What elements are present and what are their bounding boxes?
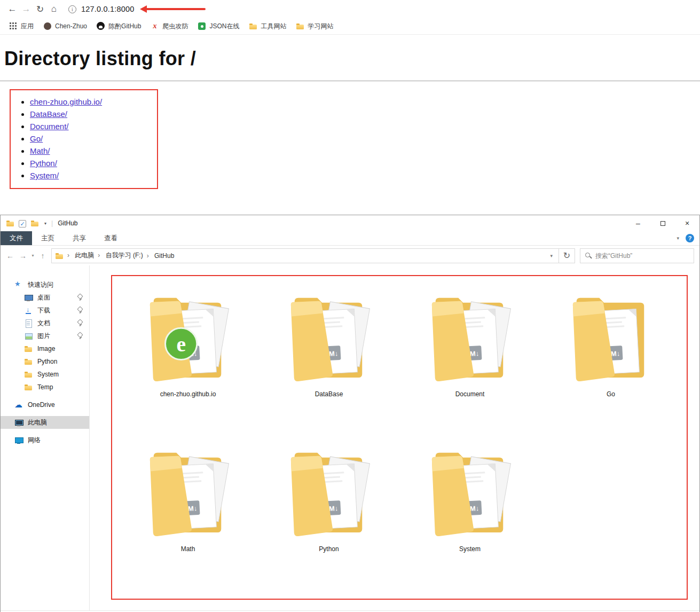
breadcrumb-bar[interactable]: › 此电脑 › 自我学习 (F:) › GitHub (51, 248, 559, 263)
bookmark-item[interactable]: Chen-Zhuo (38, 22, 92, 30)
explorer-back-icon[interactable]: ← (4, 252, 17, 260)
sidebar-item[interactable]: Python (1, 355, 89, 368)
sidebar-item-icon (24, 332, 33, 340)
address-dropdown-icon[interactable]: ▾ (547, 253, 555, 258)
minimize-icon[interactable]: – (626, 215, 650, 231)
bookmark-favicon (43, 22, 52, 30)
folder-item[interactable]: M↓ M↓ (399, 283, 540, 437)
back-icon[interactable]: ← (5, 4, 19, 14)
sidebar-item[interactable]: Temp (1, 381, 89, 394)
folder-item[interactable]: M↓ M↓ (399, 437, 540, 592)
breadcrumb-item[interactable]: 此电脑 (75, 252, 94, 259)
sidebar-onedrive-label: OneDrive (28, 401, 89, 409)
qat-dropdown-icon[interactable]: ▾ (44, 221, 46, 226)
bookmark-favicon (198, 22, 206, 30)
ribbon-tabs: 文件 主页 共享 查看 ▾? (1, 231, 699, 246)
breadcrumb-folder-icon[interactable] (55, 252, 64, 260)
breadcrumb-segment: › GitHub (143, 252, 175, 260)
search-box[interactable] (580, 248, 694, 263)
directory-link[interactable]: Math/ (30, 146, 50, 155)
close-icon[interactable]: × (675, 215, 699, 231)
bookmark-label: 爬虫攻防 (162, 22, 188, 31)
folder-name: DataBase (315, 390, 343, 398)
ribbon-collapse-icon[interactable]: ▾ (677, 236, 679, 241)
search-input[interactable] (595, 252, 689, 260)
titlebar-separator: | (51, 219, 53, 227)
sidebar-this-pc[interactable]: 此电脑 (1, 416, 89, 429)
breadcrumb-item[interactable]: 自我学习 (F:) (106, 252, 143, 259)
folder-item[interactable]: M↓ M↓ (258, 283, 399, 437)
directory-link[interactable]: DataBase/ (30, 109, 67, 119)
refresh-icon[interactable]: ↻ (559, 248, 575, 263)
folder-name: chen-zhuo.github.io (160, 390, 216, 398)
folder-item[interactable]: M↓ M↓ (258, 437, 399, 592)
ribbon-tab[interactable]: 主页 (32, 231, 64, 245)
sidebar-item[interactable]: System (1, 368, 89, 381)
directory-link[interactable]: Python/ (30, 159, 57, 168)
directory-link[interactable]: Go/ (30, 134, 43, 143)
explorer-window: ✓ ▾ | GitHub – × 文件 主页 共享 查看 ▾? (0, 215, 700, 612)
folder-icon: M↓ M↓ (284, 437, 374, 543)
bookmark-favicon (97, 22, 105, 30)
folder-item[interactable]: M↓ M↓ (540, 283, 681, 437)
sidebar-item[interactable]: 桌面 (1, 291, 89, 304)
sidebar-item[interactable]: 下载 (1, 304, 89, 317)
chevron-right-icon: › (147, 252, 149, 260)
folder-name: Document (455, 390, 485, 398)
pin-icon (77, 307, 84, 314)
bookmark-label: 学习网站 (308, 22, 333, 31)
sidebar-item[interactable]: 文档 (1, 317, 89, 329)
sidebar-item-label: 图片 (37, 332, 73, 341)
directory-list-item: chen-zhuo.github.io/ (30, 96, 157, 108)
properties-check-icon[interactable]: ✓ (19, 220, 26, 227)
sidebar-item[interactable]: 图片 (1, 329, 89, 342)
sidebar-label: 快速访问 (28, 280, 89, 289)
bookmark-item[interactable]: 学习网站 (291, 22, 338, 31)
help-icon[interactable]: ? (686, 234, 694, 242)
bookmark-item[interactable]: 工具网站 (244, 22, 291, 31)
ribbon-tab[interactable]: 查看 (95, 231, 127, 245)
ribbon-tab[interactable]: 文件 (1, 231, 32, 245)
folder-icon: M↓ M↓ (425, 283, 515, 388)
explorer-forward-icon[interactable]: → (17, 252, 29, 260)
directory-link[interactable]: Document/ (30, 122, 69, 131)
folder-item[interactable]: M↓ M↓ (117, 283, 258, 437)
svg-text:M↓: M↓ (188, 504, 198, 513)
sidebar-gap (1, 411, 89, 416)
sidebar-onedrive[interactable]: OneDrive (1, 398, 89, 411)
home-icon[interactable]: ⌂ (47, 4, 61, 14)
browser-logo-icon: e (166, 328, 197, 359)
ribbon-tab[interactable]: 共享 (64, 231, 95, 245)
up-icon[interactable]: ↑ (36, 252, 49, 260)
svg-text:M↓: M↓ (470, 349, 479, 358)
directory-link[interactable]: chen-zhuo.github.io/ (30, 97, 102, 106)
reload-icon[interactable]: ↻ (33, 4, 47, 15)
url-text[interactable]: 127.0.0.1:8000 (81, 5, 135, 13)
breadcrumb-item[interactable]: GitHub (154, 252, 174, 260)
site-info-icon[interactable]: i (68, 5, 76, 13)
sidebar-item-label: Image (37, 345, 89, 352)
bookmark-item[interactable]: 爬虫攻防 (146, 22, 193, 31)
forward-icon[interactable]: → (19, 4, 33, 14)
directory-list-item: DataBase/ (30, 108, 157, 120)
history-dropdown-icon[interactable]: ▾ (29, 253, 36, 258)
sidebar-network[interactable]: 网络 (1, 434, 89, 446)
bookmark-item[interactable]: 应用 (4, 22, 38, 31)
sidebar-item[interactable]: Image (1, 342, 89, 355)
folder-item[interactable]: M↓ M↓ (117, 437, 258, 592)
maximize-icon[interactable] (650, 215, 675, 231)
svg-text:M↓: M↓ (470, 504, 479, 513)
browser-toolbar: ← → ↻ ⌂ i 127.0.0.1:8000 (0, 0, 700, 18)
sidebar-item-icon (24, 370, 33, 379)
new-folder-icon[interactable] (30, 219, 39, 227)
bookmark-item[interactable]: JSON在线 (193, 22, 244, 31)
maximize-box (660, 221, 665, 226)
window-folder-icon (6, 219, 14, 227)
sidebar-network-label: 网络 (28, 436, 89, 445)
directory-link[interactable]: System/ (30, 171, 59, 180)
address-bar[interactable]: i 127.0.0.1:8000 (61, 0, 695, 18)
bookmark-item[interactable]: 陈酌GitHub (92, 22, 146, 31)
quick-access-items: 桌面 下载 文档 (1, 291, 89, 394)
sidebar-quick-access[interactable]: 快速访问 (1, 278, 89, 291)
sidebar-item-label: Python (37, 358, 89, 365)
